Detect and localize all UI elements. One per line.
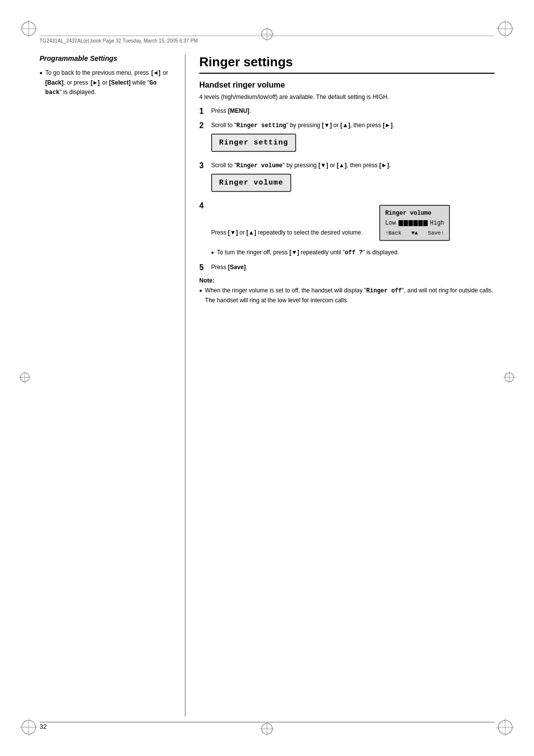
- key-menu: [MENU]: [228, 107, 249, 114]
- key-down-4: [▼]: [228, 229, 238, 236]
- key-down-2: [▼]: [322, 122, 332, 129]
- step-2: 2 Scroll to "Ringer setting" by pressing…: [199, 121, 494, 156]
- step-5-content: Press [Save].: [211, 263, 494, 272]
- step-num-3: 3: [199, 161, 208, 170]
- key-save: [Save]: [228, 264, 246, 271]
- bar-3: [408, 220, 413, 226]
- corner-mark-bl: [20, 718, 38, 736]
- key-up-4: [▲]: [246, 229, 256, 236]
- section-heading: Programmable Settings: [40, 54, 173, 62]
- off-display: off ?: [345, 249, 362, 256]
- lcd-ringer-setting: Ringer setting: [211, 134, 296, 152]
- page-header: TG2431AL_2432AL(e).book Page 32 Tuesday,…: [40, 36, 494, 44]
- vol-line-2: Low High: [385, 218, 444, 228]
- step-3-content: Scroll to "Ringer volume" by pressing [▼…: [211, 161, 494, 196]
- step-num-5: 5: [199, 263, 208, 272]
- step-4-content: Press [▼] or [▲] repeatedly to select th…: [211, 201, 494, 258]
- ringer-off-bullet: • To turn the ringer off, press [▼] repe…: [211, 248, 494, 258]
- step-1-content: Press [MENU].: [211, 106, 494, 116]
- content-area: Programmable Settings • To go back to th…: [40, 54, 494, 716]
- vol-arrows: ▼▲: [411, 229, 418, 238]
- page-container: TG2431AL_2432AL(e).book Page 32 Tuesday,…: [0, 0, 534, 756]
- left-column: Programmable Settings • To go back to th…: [40, 54, 185, 716]
- key-up-2: [▲]: [340, 122, 350, 129]
- step-5: 5 Press [Save].: [199, 263, 494, 272]
- sub-title: Handset ringer volume: [199, 81, 494, 90]
- key-back-left: [◄]: [150, 70, 161, 77]
- lcd-ringer-volume: Ringer volume: [211, 174, 291, 192]
- step-num-2: 2: [199, 121, 208, 130]
- step-4: 4 Press [▼] or [▲] repeatedly to select …: [199, 201, 494, 258]
- description: 4 levels (high/medium/low/off) are avail…: [199, 93, 494, 101]
- key-down-off: [▼]: [289, 249, 299, 256]
- mid-mark-right: [503, 372, 515, 385]
- step-1: 1 Press [MENU].: [199, 106, 494, 116]
- note-label: Note:: [199, 277, 494, 284]
- vol-line-1: Ringer volume: [385, 208, 444, 218]
- vol-bars: [399, 220, 428, 226]
- key-right-2: [►]: [383, 122, 393, 129]
- header-text: TG2431AL_2432AL(e).book Page 32 Tuesday,…: [40, 38, 198, 44]
- back-menu-bullet: • To go back to the previous menu, press…: [40, 68, 173, 97]
- note-dot: •: [199, 286, 202, 305]
- step-3: 3 Scroll to "Ringer volume" by pressing …: [199, 161, 494, 196]
- bar-5: [418, 220, 423, 226]
- key-right-3: [►]: [379, 162, 389, 169]
- ringer-volume-label: Ringer volume: [236, 162, 283, 169]
- key-forward: [►]: [90, 80, 101, 87]
- step-2-content: Scroll to "Ringer setting" by pressing […: [211, 121, 494, 156]
- note-section: Note: • When the ringer volume is set to…: [199, 277, 494, 305]
- bar-6: [423, 220, 428, 226]
- right-column: Ringer settings Handset ringer volume 4 …: [185, 54, 494, 716]
- bullet-dot: •: [40, 68, 43, 97]
- bar-1: [399, 220, 403, 226]
- key-down-3: [▼]: [318, 162, 328, 169]
- corner-mark-tl: [20, 20, 38, 38]
- step-num-4: 4: [199, 201, 208, 210]
- note-text: When the ringer volume is set to off, th…: [205, 286, 494, 305]
- vol-back-btn: ↑Back: [385, 229, 401, 238]
- vol-low-label: Low: [385, 218, 396, 228]
- ringer-off-text: To turn the ringer off, press [▼] repeat…: [217, 248, 399, 258]
- ringer-off-dot: •: [211, 248, 214, 258]
- vol-save-btn: Save↑: [428, 229, 444, 238]
- bullet-text: To go back to the previous menu, press […: [45, 68, 173, 97]
- bar-4: [413, 220, 418, 226]
- corner-mark-tr: [496, 20, 514, 38]
- bar-2: [403, 220, 408, 226]
- vol-high-label: High: [430, 218, 445, 228]
- page-number: 32: [40, 723, 46, 730]
- key-select: [Select]: [109, 79, 131, 86]
- key-up-3: [▲]: [337, 162, 347, 169]
- ringer-off-code: Ringer off: [366, 287, 402, 294]
- ringer-setting-label: Ringer setting: [236, 122, 286, 129]
- volume-display-box: Ringer volume Low: [379, 205, 450, 241]
- center-mark-bottom: [260, 722, 274, 737]
- note-bullet: • When the ringer volume is set to off, …: [199, 286, 494, 305]
- corner-mark-br: [496, 718, 514, 736]
- vol-line-3: ↑Back ▼▲ Save↑: [385, 229, 444, 238]
- step-num-1: 1: [199, 106, 208, 116]
- key-back-word: [Back]: [45, 79, 64, 86]
- mid-mark-left: [19, 372, 31, 385]
- page-title: Ringer settings: [199, 54, 494, 74]
